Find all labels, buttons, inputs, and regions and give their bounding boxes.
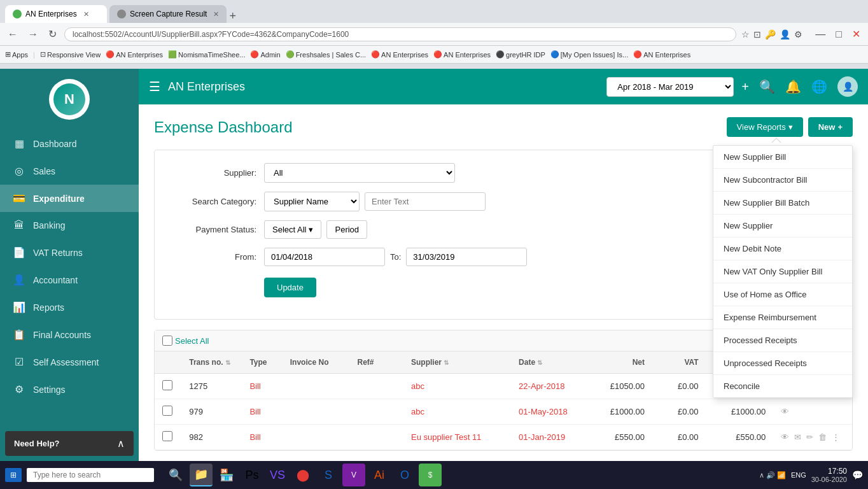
sidebar-item-self-assessment[interactable]: ☑ Self Assessment bbox=[0, 348, 139, 376]
bookmark-an3[interactable]: 🔴 AN Enterprises bbox=[433, 50, 491, 59]
tab-close-btn[interactable]: ✕ bbox=[213, 10, 219, 18]
star-icon[interactable]: ☆ bbox=[741, 29, 750, 39]
sidebar-item-vat-returns[interactable]: 📄 VAT Returns bbox=[0, 239, 139, 266]
view-icon[interactable]: 👁 bbox=[781, 407, 789, 416]
bookmark-freshsales[interactable]: 🟢 Freshsales | Sales C... bbox=[286, 50, 366, 59]
sidebar-item-accountant[interactable]: 👤 Accountant bbox=[0, 266, 139, 294]
notifications-button[interactable]: 🔔 bbox=[785, 79, 801, 94]
sidebar-item-final-accounts[interactable]: 📋 Final Accounts bbox=[0, 321, 139, 348]
th-checkbox bbox=[155, 351, 181, 374]
new-tab-button[interactable]: + bbox=[229, 10, 236, 23]
delete-icon[interactable]: 🗑 bbox=[818, 432, 827, 442]
dropdown-item-new-supplier[interactable]: New Supplier bbox=[713, 215, 852, 237]
th-trans-no[interactable]: Trans no. ⇅ bbox=[181, 351, 242, 374]
th-date[interactable]: Date ⇅ bbox=[511, 351, 585, 374]
sidebar-item-expenditure[interactable]: 💳 Expenditure bbox=[0, 185, 139, 212]
th-supplier[interactable]: Supplier ⇅ bbox=[403, 351, 511, 374]
bookmark-nomisma[interactable]: 🟩 NomismaTimeShee... bbox=[168, 50, 245, 59]
sidebar-item-banking[interactable]: 🏛 Banking bbox=[0, 212, 139, 239]
row-checkbox[interactable] bbox=[162, 431, 172, 441]
cell-type: Bill bbox=[242, 425, 282, 450]
cell-invoice-no bbox=[283, 374, 350, 399]
close-button[interactable]: ✕ bbox=[850, 27, 863, 41]
dropdown-item-use-of-home-as-office[interactable]: Use of Home as Office bbox=[713, 283, 852, 306]
edit-icon[interactable]: ✏ bbox=[806, 432, 813, 442]
more-icon[interactable]: ⋮ bbox=[832, 432, 840, 442]
user-avatar[interactable]: 👤 bbox=[837, 76, 858, 97]
row-checkbox-cell[interactable] bbox=[155, 425, 181, 450]
maximize-button[interactable]: □ bbox=[833, 27, 844, 41]
dropdown-item-new-vat-only-supplier-bill[interactable]: New VAT Only Supplier Bill bbox=[713, 260, 852, 283]
from-date-input[interactable] bbox=[264, 248, 385, 266]
bookmark-an4[interactable]: 🔴 AN Enterprises bbox=[633, 50, 690, 59]
dropdown-item-new-supplier-bill-batch[interactable]: New Supplier Bill Batch bbox=[713, 192, 852, 215]
hamburger-button[interactable]: ☰ bbox=[149, 79, 160, 94]
tab-close-btn[interactable]: ✕ bbox=[83, 10, 89, 18]
view-icon[interactable]: 👁 bbox=[781, 432, 789, 442]
tab-bar: AN Enterprises ✕ Screen Capture Result ✕… bbox=[0, 0, 868, 23]
to-date-input[interactable] bbox=[406, 248, 527, 266]
bookmark-greyhr[interactable]: ⚫ greytHR IDP bbox=[496, 50, 545, 59]
address-bar[interactable]: localhost:5502/AccountUI/SupplierBill.as… bbox=[64, 27, 736, 41]
period-button[interactable]: Period bbox=[326, 220, 367, 239]
cell-actions: 👁 bbox=[773, 399, 852, 425]
search-header-button[interactable]: 🔍 bbox=[759, 79, 775, 94]
cell-actions: 👁 ✉ ✏ 🗑 ⋮ bbox=[773, 425, 852, 450]
accountant-icon: 👤 bbox=[13, 274, 25, 286]
sidebar-label-accountant: Accountant bbox=[33, 275, 78, 285]
dropdown-item-unprocessed-receipts[interactable]: Unprocessed Receipts bbox=[713, 352, 852, 375]
dropdown-item-new-supplier-bill[interactable]: New Supplier Bill bbox=[713, 146, 852, 169]
dropdown-item-new-subcontractor-bill[interactable]: New Subcontractor Bill bbox=[713, 169, 852, 192]
bookmark-an2[interactable]: 🔴 AN Enterprises bbox=[371, 50, 428, 59]
cast-icon[interactable]: ⊡ bbox=[753, 29, 761, 39]
bookmark-admin[interactable]: 🔴 Admin bbox=[250, 50, 280, 59]
settings-icon[interactable]: ⚙ bbox=[794, 29, 802, 39]
bookmark-responsive[interactable]: ⊡ Responsive View bbox=[40, 50, 101, 59]
page-actions: View Reports ▾ New + bbox=[727, 117, 853, 137]
update-button[interactable]: Update bbox=[264, 278, 316, 297]
dropdown-item-new-debit-note[interactable]: New Debit Note bbox=[713, 237, 852, 260]
bookmark-an1[interactable]: 🔴 AN Enterprises bbox=[106, 50, 163, 59]
th-net: Net bbox=[585, 351, 652, 374]
select-all-link[interactable]: Select All bbox=[175, 336, 209, 346]
period-selector[interactable]: Apr 2018 - Mar 2019 bbox=[606, 77, 734, 97]
sidebar-item-settings[interactable]: ⚙ Settings bbox=[0, 376, 139, 403]
minimize-button[interactable]: — bbox=[813, 27, 828, 41]
account-icon[interactable]: 👤 bbox=[780, 29, 790, 39]
dropdown-item-processed-receipts[interactable]: Processed Receipts bbox=[713, 329, 852, 352]
cell-supplier[interactable]: abc bbox=[403, 374, 511, 399]
row-checkbox[interactable] bbox=[162, 380, 172, 390]
cell-supplier[interactable]: abc bbox=[403, 399, 511, 425]
dropdown-item-expense-reimbursement[interactable]: Expense Reimbursement bbox=[713, 306, 852, 329]
key-icon[interactable]: 🔑 bbox=[765, 29, 776, 39]
nav-bar: ← → ↻ localhost:5502/AccountUI/SupplierB… bbox=[0, 23, 868, 46]
tab-an-enterprises[interactable]: AN Enterprises ✕ bbox=[5, 5, 107, 23]
view-reports-button[interactable]: View Reports ▾ bbox=[727, 117, 803, 137]
search-text-input[interactable] bbox=[365, 192, 486, 211]
row-checkbox[interactable] bbox=[162, 406, 172, 416]
add-button[interactable]: + bbox=[741, 80, 749, 94]
supplier-select[interactable]: All bbox=[264, 163, 455, 183]
forward-button[interactable]: → bbox=[25, 27, 41, 41]
new-button[interactable]: New + bbox=[808, 117, 853, 137]
payment-status-select[interactable]: Select All ▾ bbox=[264, 220, 321, 239]
back-button[interactable]: ← bbox=[5, 27, 20, 41]
refresh-button[interactable]: ↻ bbox=[46, 27, 59, 41]
globe-button[interactable]: 🌐 bbox=[811, 79, 827, 94]
search-category-select[interactable]: Supplier Name bbox=[264, 192, 360, 211]
company-name: AN Enterprises bbox=[168, 80, 599, 94]
help-close-icon[interactable]: ∧ bbox=[117, 437, 125, 450]
sidebar-item-dashboard[interactable]: ▦ Dashboard bbox=[0, 130, 139, 157]
cell-supplier[interactable]: Eu supplier Test 11 bbox=[403, 425, 511, 450]
sidebar-item-reports[interactable]: 📊 Reports bbox=[0, 294, 139, 321]
sidebar-item-sales[interactable]: ◎ Sales bbox=[0, 157, 139, 185]
bookmark-issues[interactable]: 🔵 [My Open Issues] Is... bbox=[550, 50, 628, 59]
bookmark-apps[interactable]: ⊞ Apps bbox=[5, 50, 28, 59]
select-all-checkbox[interactable] bbox=[162, 336, 172, 346]
tab-screen-capture[interactable]: Screen Capture Result ✕ bbox=[109, 5, 227, 23]
help-widget[interactable]: Need Help? ∧ bbox=[5, 431, 134, 456]
mail-icon[interactable]: ✉ bbox=[794, 432, 801, 442]
row-checkbox-cell[interactable] bbox=[155, 399, 181, 425]
row-checkbox-cell[interactable] bbox=[155, 374, 181, 399]
dropdown-item-reconcile[interactable]: Reconcile bbox=[713, 375, 852, 397]
